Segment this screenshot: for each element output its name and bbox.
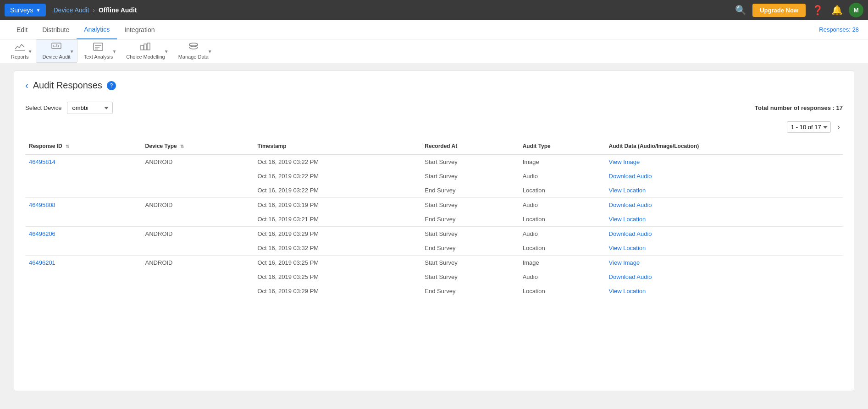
toolbar-reports[interactable]: Reports ▼ [5, 40, 36, 62]
device-label: Select Device [25, 104, 61, 111]
audit-data-link[interactable]: Download Audio [609, 230, 652, 237]
device-audit-icon [51, 43, 61, 53]
col-timestamp: Timestamp [254, 138, 421, 154]
cell-audit-type: Location [519, 183, 605, 198]
cell-timestamp: Oct 16, 2019 03:21 PM [254, 212, 421, 227]
cell-device-type: ANDROID [142, 154, 254, 198]
audit-data-link[interactable]: View Location [609, 187, 646, 194]
device-audit-caret: ▼ [70, 49, 74, 54]
cell-response-id: 46496206 [25, 227, 142, 256]
reports-label: Reports [11, 54, 29, 60]
cell-recorded-at: End Survey [421, 284, 519, 298]
col-response-id: Response ID ⇅ [25, 138, 142, 154]
audit-data-link[interactable]: View Image [609, 259, 640, 266]
cell-timestamp: Oct 16, 2019 03:29 PM [254, 284, 421, 298]
pagination-row: 1 - 10 of 17 › [25, 121, 843, 133]
cell-audit-data: View Location [605, 212, 843, 227]
cell-response-id: 46495808 [25, 198, 142, 227]
svg-rect-0 [15, 50, 25, 51]
text-analysis-icon [93, 43, 103, 53]
response-id-link[interactable]: 46495814 [29, 158, 55, 165]
toolbar-device-audit[interactable]: Device Audit ▼ [36, 39, 77, 63]
audit-help-icon[interactable]: ? [107, 81, 116, 90]
nav-distribute[interactable]: Distribute [35, 21, 77, 39]
avatar-button[interactable]: M [849, 3, 863, 17]
cell-recorded-at: Start Survey [421, 154, 519, 169]
toolbar-choice-modelling[interactable]: Choice Modelling ▼ [120, 40, 171, 62]
manage-data-label: Manage Data [178, 54, 209, 60]
surveys-button[interactable]: Surveys ▼ [5, 4, 46, 16]
notification-button[interactable]: 🔔 [829, 3, 844, 17]
upgrade-button[interactable]: Upgrade Now [752, 4, 806, 17]
controls-row: Select Device ombbi Total number of resp… [25, 102, 843, 114]
manage-data-caret: ▼ [208, 49, 212, 54]
top-bar-right: 🔍 Upgrade Now ❓ 🔔 M [733, 3, 863, 17]
cell-timestamp: Oct 16, 2019 03:25 PM [254, 270, 421, 284]
nav-analytics[interactable]: Analytics [77, 20, 117, 39]
cell-recorded-at: Start Survey [421, 270, 519, 284]
nav-edit[interactable]: Edit [9, 21, 35, 39]
svg-rect-12 [147, 43, 150, 50]
cell-recorded-at: End Survey [421, 183, 519, 198]
search-button[interactable]: 🔍 [733, 3, 748, 17]
choice-modelling-icon [140, 43, 150, 53]
toolbar: Reports ▼ Device Audit ▼ Text Analysis [0, 39, 868, 63]
cell-audit-type: Audio [519, 270, 605, 284]
breadcrumb-device-audit[interactable]: Device Audit [53, 6, 89, 14]
cell-audit-type: Image [519, 256, 605, 270]
cell-device-type: ANDROID [142, 227, 254, 256]
col-device-type: Device Type ⇅ [142, 138, 254, 154]
cell-timestamp: Oct 16, 2019 03:32 PM [254, 241, 421, 256]
sort-icon-response-id: ⇅ [66, 144, 69, 149]
response-id-link[interactable]: 46496206 [29, 230, 55, 237]
cell-audit-data: Download Audio [605, 227, 843, 241]
cell-timestamp: Oct 16, 2019 03:22 PM [254, 169, 421, 183]
main-content: ‹ Audit Responses ? Select Device ombbi … [14, 71, 854, 391]
response-id-link[interactable]: 46496201 [29, 259, 55, 266]
cell-audit-type: Location [519, 212, 605, 227]
back-button[interactable]: ‹ [25, 80, 28, 91]
text-analysis-label: Text Analysis [84, 54, 113, 60]
cell-audit-data: View Image [605, 256, 843, 270]
help-button[interactable]: ❓ [810, 3, 825, 17]
audit-data-link[interactable]: View Image [609, 158, 640, 165]
breadcrumb-current: Offline Audit [99, 6, 137, 14]
text-analysis-caret: ▼ [112, 49, 116, 54]
audit-table: Response ID ⇅ Device Type ⇅ Timestamp Re… [25, 138, 843, 298]
audit-data-link[interactable]: View Location [609, 288, 646, 294]
cell-audit-type: Audio [519, 198, 605, 213]
cell-audit-type: Location [519, 284, 605, 298]
pagination-next[interactable]: › [835, 121, 843, 133]
audit-data-link[interactable]: Download Audio [609, 202, 652, 208]
cell-audit-type: Audio [519, 227, 605, 241]
cell-audit-data: View Location [605, 241, 843, 256]
cell-device-type: ANDROID [142, 198, 254, 227]
toolbar-text-analysis[interactable]: Text Analysis ▼ [77, 40, 120, 62]
total-responses-text: Total number of responses : 17 [755, 104, 843, 111]
second-nav: Edit Distribute Analytics Integration Re… [0, 20, 868, 39]
audit-data-link[interactable]: Download Audio [609, 273, 652, 280]
surveys-label: Surveys [10, 6, 33, 14]
cell-recorded-at: End Survey [421, 241, 519, 256]
cell-response-id: 46496201 [25, 256, 142, 299]
cell-audit-type: Location [519, 241, 605, 256]
choice-modelling-label: Choice Modelling [126, 54, 165, 60]
choice-modelling-caret: ▼ [164, 49, 169, 54]
audit-data-link[interactable]: View Location [609, 216, 646, 223]
cell-timestamp: Oct 16, 2019 03:29 PM [254, 227, 421, 241]
cell-recorded-at: Start Survey [421, 198, 519, 213]
pagination-select[interactable]: 1 - 10 of 17 [787, 121, 831, 133]
audit-data-link[interactable]: Download Audio [609, 173, 652, 180]
device-select[interactable]: ombbi [67, 102, 113, 114]
cell-timestamp: Oct 16, 2019 03:25 PM [254, 256, 421, 270]
cell-audit-data: View Location [605, 284, 843, 298]
response-id-link[interactable]: 46495808 [29, 202, 55, 208]
nav-integration[interactable]: Integration [117, 21, 162, 39]
top-bar: Surveys ▼ Device Audit › Offline Audit 🔍… [0, 0, 868, 20]
audit-data-link[interactable]: View Location [609, 245, 646, 251]
cell-response-id: 46495814 [25, 154, 142, 198]
col-audit-type: Audit Type [519, 138, 605, 154]
toolbar-manage-data[interactable]: Manage Data ▼ [172, 40, 216, 62]
col-audit-data: Audit Data (Audio/Image/Location) [605, 138, 843, 154]
cell-recorded-at: Start Survey [421, 256, 519, 270]
